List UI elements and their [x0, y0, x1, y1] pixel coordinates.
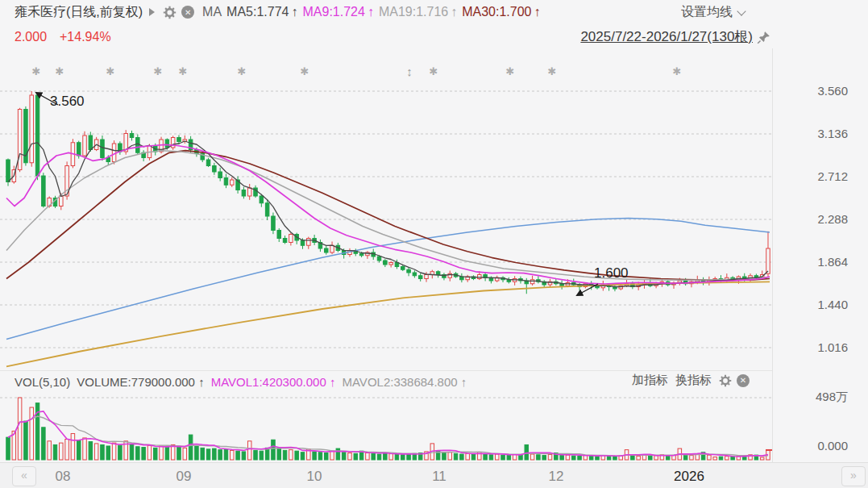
- event-asterisk-icon[interactable]: ✱: [154, 65, 163, 77]
- volume-bar: [112, 443, 116, 460]
- volume-bar: [118, 445, 123, 460]
- candle-body: [301, 240, 305, 245]
- volume-bar: [101, 444, 104, 460]
- candle-body: [18, 110, 22, 170]
- volume-bar: [690, 456, 694, 460]
- event-asterisk-icon[interactable]: ✱: [430, 65, 438, 77]
- peak-price-annotation: 3.560: [50, 94, 85, 110]
- price-tick-label: 3.560: [817, 84, 848, 98]
- event-asterisk-icon[interactable]: ✱: [548, 65, 557, 77]
- candle-body: [436, 272, 440, 275]
- candle-body: [272, 216, 276, 231]
- ma-legend: MA5:1.774↑MA9:1.724↑MA19:1.716↑MA30:1.70…: [226, 5, 545, 19]
- event-asterisk-icon[interactable]: ✱: [506, 65, 515, 77]
- candle-body: [24, 110, 28, 163]
- volume-bar: [613, 457, 617, 460]
- close-icon: ✕: [737, 374, 750, 387]
- volume-bar: [442, 453, 446, 460]
- ma-legend-item: MA9:1.724↑: [303, 5, 374, 19]
- date-range-button[interactable]: 2025/7/22-2026/1/27(130根): [580, 27, 770, 46]
- volume-close-button[interactable]: ✕: [737, 374, 750, 387]
- price-tick-label: 1.440: [817, 298, 848, 311]
- volume-bar: [666, 456, 670, 460]
- axis-separator: [772, 48, 773, 462]
- event-asterisk-icon[interactable]: ✱: [56, 65, 64, 77]
- volume-bar: [342, 453, 346, 460]
- updown-marker-icon[interactable]: ↕: [406, 65, 413, 78]
- candle-body: [171, 138, 175, 148]
- volume-bar: [731, 457, 735, 460]
- volume-bar: [218, 450, 222, 460]
- volume-bar: [160, 446, 164, 460]
- candle-body: [265, 203, 269, 216]
- price-tick-label: 1.864: [817, 255, 848, 269]
- stock-chart-app: 雍禾医疗(日线,前复权) ✕ MA MA5:1.774↑MA9:1.724↑MA…: [0, 0, 868, 488]
- volume-bar: [53, 444, 57, 460]
- scroll-forward-button[interactable]: »: [841, 466, 866, 486]
- volume-settings-gear-icon[interactable]: [719, 374, 732, 387]
- volume-bar: [283, 450, 287, 460]
- time-tick-label: 2026: [674, 469, 704, 485]
- volume-bar: [354, 453, 358, 460]
- volume-bar: [683, 455, 687, 460]
- volume-bar: [330, 451, 334, 460]
- candle-body: [260, 196, 264, 203]
- ma-legend-item: MA5:1.774↑: [226, 5, 297, 19]
- volume-bar: [372, 453, 376, 460]
- ma-legend-item: MA30:1.700↑: [462, 5, 540, 19]
- volume-bar: [348, 453, 352, 460]
- current-price: 2.000: [15, 30, 47, 44]
- volume-bar: [289, 450, 293, 460]
- volume-legend-item: MAVOL2:338684.800 ↑: [342, 375, 467, 389]
- volume-bar: [247, 441, 251, 460]
- ma-settings-gear-icon[interactable]: [163, 6, 177, 19]
- volume-bar: [366, 453, 370, 460]
- volume-bar: [542, 456, 546, 460]
- price-tick-label: 2.712: [817, 169, 848, 183]
- candle-body: [30, 95, 34, 163]
- volume-bar: [649, 456, 653, 460]
- event-asterisk-icon[interactable]: ✱: [32, 65, 41, 77]
- event-asterisk-icon[interactable]: ✱: [238, 65, 247, 77]
- volume-bar: [272, 440, 276, 460]
- event-asterisk-icon[interactable]: ✱: [301, 65, 309, 77]
- candle-body: [165, 140, 169, 148]
- price-row: 2.000 +14.94% 2025/7/22-2026/1/27(130根): [0, 24, 772, 47]
- candle-body: [389, 263, 393, 265]
- scroll-back-button[interactable]: «: [12, 466, 36, 486]
- switch-indicator-button[interactable]: 换指标: [675, 373, 712, 388]
- candle-body: [277, 231, 281, 239]
- volume-chart-canvas[interactable]: [0, 392, 772, 462]
- price-tick-label: 1.016: [817, 340, 848, 354]
- candle-body: [247, 188, 251, 196]
- volume-bar: [195, 446, 199, 460]
- volume-bar: [206, 449, 210, 460]
- volume-bar: [407, 454, 411, 460]
- volume-bar: [89, 442, 93, 460]
- time-axis: « 08091011122026 »: [0, 462, 868, 488]
- candle-body: [460, 277, 464, 280]
- event-asterisk-icon[interactable]: ✱: [673, 65, 682, 77]
- price-chart-canvas[interactable]: ✱✱✱✱✱✱✱✱✱✱✱↕: [0, 48, 772, 370]
- event-markers[interactable]: ✱✱✱✱✱✱✱✱✱✱✱↕: [32, 65, 682, 78]
- volume-bar: [713, 457, 717, 460]
- volume-bar: [242, 452, 246, 460]
- event-asterisk-icon[interactable]: ✱: [106, 65, 115, 77]
- ma30-line: [6, 151, 770, 281]
- pin-icon[interactable]: [757, 31, 770, 44]
- volume-bar: [106, 446, 110, 460]
- volume-bar: [495, 454, 499, 460]
- candle-body: [89, 136, 93, 150]
- add-indicator-button[interactable]: 加指标: [632, 373, 668, 388]
- event-asterisk-icon[interactable]: ✱: [179, 65, 188, 77]
- candle-body: [330, 245, 334, 252]
- volume-bar: [507, 456, 511, 460]
- expand-play-icon[interactable]: [149, 8, 155, 16]
- volume-legend-item: MAVOL1:420300.000 ↑: [211, 375, 336, 389]
- ma-close-button[interactable]: ✕: [181, 6, 194, 19]
- volume-bar: [760, 457, 764, 460]
- volume-bar: [213, 448, 217, 460]
- ma-settings-button[interactable]: 设置均线: [681, 4, 745, 21]
- pane-separator: [0, 370, 772, 371]
- ma9-line: [6, 144, 770, 284]
